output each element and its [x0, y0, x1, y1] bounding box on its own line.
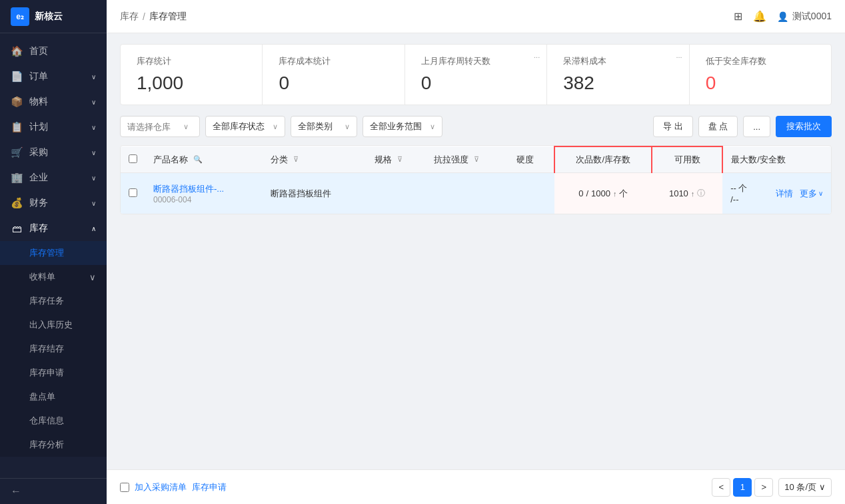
sidebar-item-order[interactable]: 📄 订单 ∨: [0, 64, 107, 89]
more-button[interactable]: ...: [743, 116, 770, 137]
sidebar-item-label: 库存: [29, 222, 48, 234]
stocktake-button[interactable]: 盘 点: [698, 116, 738, 137]
category-select[interactable]: 全部类别 ∨: [291, 116, 357, 137]
chevron-icon: ∨: [91, 149, 96, 156]
stat-label: 库存成本统计: [279, 55, 388, 67]
export-button[interactable]: 导 出: [653, 116, 693, 137]
up-arrow-icon: ↑: [691, 190, 695, 198]
sidebar-item-finance[interactable]: 💰 财务 ∨: [0, 190, 107, 216]
prev-page-button[interactable]: <: [712, 478, 730, 497]
business-select[interactable]: 全部业务范围 ∨: [363, 116, 442, 137]
sidebar-item-inout-history[interactable]: 出入库历史: [0, 313, 107, 337]
sidebar-collapse-button[interactable]: ←: [11, 485, 21, 497]
sidebar-bottom: ←: [0, 478, 107, 504]
stat-card-purchase-cost: ... 呆滞料成本 382: [547, 45, 689, 105]
table-row: 断路器挡板组件-... 00006-004 断路器挡板组件 0 /: [121, 173, 831, 214]
sidebar-item-warehouse-info[interactable]: 仓库信息: [0, 409, 107, 433]
inventory-apply-link[interactable]: 库存申请: [192, 481, 227, 493]
stat-more-btn[interactable]: ...: [534, 51, 540, 59]
sidebar-item-inventory-analysis[interactable]: 库存分析: [0, 433, 107, 457]
stat-card-inventory-total: 库存统计 1,000: [121, 45, 263, 105]
chevron-down-icon: ∨: [819, 482, 826, 492]
status-label: 全部库存状态: [213, 121, 265, 132]
detail-link[interactable]: 详情: [776, 188, 793, 200]
col-label: 可用数: [674, 154, 700, 166]
sidebar: e₂ 新核云 🏠 首页 📄 订单 ∨ 📦 物料 ∨ 📋 计划 ∨ 🛒 采购: [0, 0, 107, 504]
stat-card-inventory-cost: 库存成本统计 0: [263, 45, 405, 105]
chevron-down-icon: ∨: [183, 123, 189, 131]
status-select[interactable]: 全部库存状态 ∨: [205, 116, 285, 137]
sidebar-sub-menu: 库存管理 收料单 ∨ 库存任务 出入库历史 库存结存 库存申请 盘点单 仓库: [0, 241, 107, 457]
sidebar-item-inventory-apply[interactable]: 库存申请: [0, 361, 107, 385]
select-all-checkbox[interactable]: [129, 154, 137, 163]
filter-icon[interactable]: ⊽: [293, 155, 299, 164]
stat-more-btn[interactable]: ...: [676, 51, 682, 59]
chevron-icon: ∨: [91, 200, 96, 207]
stat-value: 382: [563, 73, 672, 94]
filter-icon[interactable]: ⊽: [397, 155, 403, 164]
add-purchase-link[interactable]: 加入采购清单: [135, 481, 187, 493]
chevron-down-icon: ∨: [345, 123, 350, 131]
sidebar-item-inventory-balance[interactable]: 库存结存: [0, 337, 107, 361]
product-code: 00006-004: [153, 195, 255, 204]
breadcrumb-root[interactable]: 库存: [120, 11, 139, 23]
sidebar-item-material[interactable]: 📦 物料 ∨: [0, 89, 107, 115]
bell-icon[interactable]: 🔔: [753, 10, 766, 23]
qty-display: 0 / 1000 ↑ 个: [562, 188, 644, 200]
sidebar-item-stocktake[interactable]: 盘点单: [0, 385, 107, 409]
th-spec: 规格 ⊽: [367, 146, 426, 173]
sub-item-label: 出入库历史: [29, 319, 73, 331]
sidebar-item-label: 订单: [29, 71, 48, 83]
table-scroll: 产品名称 🔍 分类 ⊽: [121, 146, 831, 214]
grid-icon[interactable]: ⊞: [734, 10, 742, 23]
user-icon: 👤: [777, 11, 788, 22]
safety-qty: /--: [730, 194, 747, 204]
filter-icon[interactable]: ⊽: [474, 155, 479, 164]
chevron-up-icon: ∧: [91, 225, 96, 232]
th-product-name: 产品名称 🔍: [145, 146, 263, 173]
row-checkbox[interactable]: [129, 188, 137, 197]
unit: 个: [738, 183, 747, 193]
sidebar-item-inventory-task[interactable]: 库存任务: [0, 289, 107, 313]
col-label: 产品名称: [153, 154, 188, 166]
warehouse-input[interactable]: [127, 122, 181, 132]
toolbar: ∨ 全部库存状态 ∨ 全部类别 ∨ 全部业务范围 ∨ 导 出 盘 点 ... 搜…: [120, 116, 832, 137]
secondary-qty-cell: 0 / 1000 ↑ 个: [554, 173, 652, 214]
sidebar-item-receipt[interactable]: 收料单 ∨: [0, 265, 107, 289]
info-icon[interactable]: ⓘ: [697, 188, 705, 199]
more-link[interactable]: 更多 ∨: [800, 188, 823, 200]
product-name-cell: 断路器挡板组件-... 00006-004: [145, 173, 263, 214]
search-batch-button[interactable]: 搜索批次: [776, 116, 832, 137]
max-safety-cell: -- 个 /-- 详情 更多: [722, 173, 831, 214]
separator: /: [586, 188, 588, 198]
stat-value: 0: [706, 73, 815, 94]
sidebar-item-enterprise[interactable]: 🏢 企业 ∨: [0, 165, 107, 190]
stat-value: 1,000: [137, 73, 246, 94]
search-icon[interactable]: 🔍: [193, 155, 203, 164]
user-menu[interactable]: 👤 测试0001: [777, 11, 832, 23]
page-size-select[interactable]: 10 条/页 ∨: [778, 478, 832, 497]
logo-text: 新核云: [35, 11, 63, 23]
breadcrumb: 库存 / 库存管理: [120, 11, 187, 23]
stat-card-turnover-days: ... 上月库存周转天数 0: [405, 45, 547, 105]
sidebar-item-home[interactable]: 🏠 首页: [0, 39, 107, 64]
sidebar-item-purchase[interactable]: 🛒 采购 ∨: [0, 140, 107, 165]
next-page-button[interactable]: >: [754, 478, 773, 497]
sidebar-item-plan[interactable]: 📋 计划 ∨: [0, 115, 107, 140]
chevron-icon: ∨: [91, 174, 96, 182]
inventory-table: 产品名称 🔍 分类 ⊽: [120, 145, 832, 214]
footer-checkbox[interactable]: [120, 483, 129, 492]
footer-right: < 1 > 10 条/页 ∨: [712, 478, 832, 497]
stat-label: 呆滞料成本: [563, 55, 672, 67]
sidebar-item-label: 计划: [29, 121, 48, 133]
logo-icon: e₂: [11, 7, 29, 26]
sidebar-item-inventory[interactable]: 🗃 库存 ∧: [0, 216, 107, 241]
sidebar-item-inventory-management[interactable]: 库存管理: [0, 241, 107, 265]
chevron-icon: ∨: [89, 272, 96, 282]
sub-item-label: 库存申请: [29, 367, 64, 379]
page-1-button[interactable]: 1: [733, 478, 752, 497]
inventory-icon: 🗃: [11, 222, 23, 234]
th-secondary-qty: 次品数/库存数: [554, 146, 652, 173]
logo: e₂ 新核云: [0, 0, 107, 33]
warehouse-select[interactable]: ∨: [120, 116, 200, 137]
